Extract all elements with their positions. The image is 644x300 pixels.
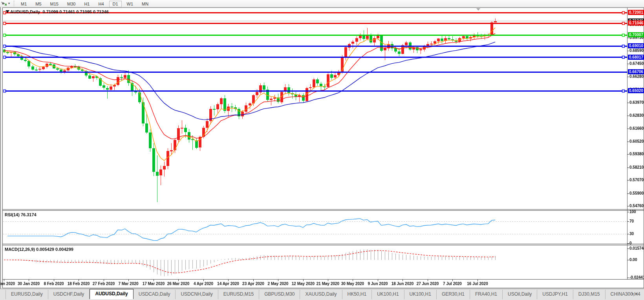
chart-tab-eurusd-daily[interactable]: EURUSD,Daily xyxy=(5,290,48,299)
price-line-badge: 0.65020 xyxy=(628,88,644,93)
date-axis-label: 21 Jan 2020 xyxy=(0,282,15,286)
macd-tick-label: -0.024412 xyxy=(629,275,644,280)
date-axis-label: 30 Jan 2020 xyxy=(18,282,40,286)
date-axis-label: 17 Mar 2020 xyxy=(143,282,165,286)
price-tick-label: 0.58210 xyxy=(629,165,644,169)
date-axis-label: 18 Feb 2020 xyxy=(68,282,90,286)
price-tick-label: 0.67450 xyxy=(629,61,644,66)
date-axis-label: 8 Feb 2020 xyxy=(44,282,64,286)
price-line-badge: 0.69010 xyxy=(628,43,644,48)
chart-tab-eurusd-m15[interactable]: EURUSD,M15 xyxy=(218,290,259,299)
chart-tab-audusd-daily[interactable]: AUDUSD,Daily xyxy=(90,289,133,299)
price-tick-label: 0.62830 xyxy=(629,113,644,118)
timeframe-button-w1[interactable]: W1 xyxy=(123,1,137,7)
timeframe-button-mn[interactable]: MN xyxy=(138,1,152,7)
chart-tab-hk50-h1[interactable]: HK50,H1 xyxy=(342,290,372,299)
chart-tab-ger30-h1[interactable]: GER30,H1 xyxy=(437,290,470,299)
chart-tab-usdcad-daily[interactable]: USDCAD,Daily xyxy=(134,290,176,299)
price-line-badge: 0.66706 xyxy=(628,69,644,74)
price-tick-label: 0.59380 xyxy=(629,152,644,156)
price-line-badge: 0.72001 xyxy=(628,10,644,15)
timeframe-button-m30[interactable]: M30 xyxy=(64,1,79,7)
rsi-indicator-label: RSI(14) 76.3174 xyxy=(5,212,37,217)
chart-tabs: EURUSD,DailyUSDCHF,DailyAUDUSD,DailyUSDC… xyxy=(0,289,644,299)
chart-tab-xauusd-daily[interactable]: XAUUSD,Daily xyxy=(300,290,342,299)
timeframe-button-h4[interactable]: H4 xyxy=(95,1,107,7)
timeframe-button-m15[interactable]: M15 xyxy=(47,1,62,7)
chart-title: AUDUSD,Daily 0.71099 0.71461 0.71095 0.7… xyxy=(10,9,109,14)
date-axis-label: 7 Jul 2020 xyxy=(443,282,462,286)
chart-tab-fra40-h1[interactable]: FRA40,H1 xyxy=(470,290,503,299)
timeframe-toolbar: ▾ M1M5M15M30H1H4D1W1MN xyxy=(0,0,644,7)
date-axis-label: 7 Mar 2020 xyxy=(118,282,138,286)
price-line-badge: 0.70007 xyxy=(628,32,644,37)
price-line-badge: 0.71046 xyxy=(628,20,644,26)
tab-scroll-left-icon[interactable]: ◂ xyxy=(631,291,636,296)
chart-tab-usdchf-daily[interactable]: USDCHF,Daily xyxy=(48,290,90,299)
date-axis-label: 27 Jun 2020 xyxy=(417,282,439,286)
date-axis-label: 12 May 2020 xyxy=(292,282,315,286)
price-tick-label: 0.68590 xyxy=(629,48,644,53)
toolbar-separator xyxy=(14,1,14,6)
timeframe-button-h1[interactable]: H1 xyxy=(80,1,93,7)
chart-symbol-label: AUDUSD,Daily xyxy=(10,9,40,14)
date-axis-label: 2 May 2020 xyxy=(268,282,289,286)
date-axis-label: 30 May 2020 xyxy=(341,282,364,286)
chart-tab-uk100-h1[interactable]: UK100,H1 xyxy=(404,290,437,299)
price-tick-label: 0.66280 xyxy=(629,74,644,79)
date-axis-label: 16 Jul 2020 xyxy=(467,282,488,286)
chart-tab-usdjpy-h1[interactable]: USDJPY,H1 xyxy=(537,290,573,299)
price-chart-canvas[interactable] xyxy=(0,0,644,300)
rsi-tick-label: 0 xyxy=(629,241,632,245)
macd-tick-label: 0.015741 xyxy=(629,246,644,250)
date-axis-label: 27 Feb 2020 xyxy=(93,282,115,286)
date-axis-label: 4 Apr 2020 xyxy=(194,282,213,286)
chart-tab-usoil-daily[interactable]: USOil,Daily xyxy=(503,290,537,299)
price-tick-label: 0.54760 xyxy=(629,204,644,208)
price-tick-label: 0.57070 xyxy=(629,178,644,182)
timeframe-button-d1[interactable]: D1 xyxy=(109,1,122,7)
chart-tab-gbpusd-m30[interactable]: GBPUSD,M30 xyxy=(259,290,300,299)
chart-tab-dj30-m15[interactable]: DJ30,M15 xyxy=(573,290,606,299)
chart-tab-bar: EURUSD,DailyUSDCHF,DailyAUDUSD,DailyUSDC… xyxy=(0,289,644,300)
date-axis-label: 26 Mar 2020 xyxy=(167,282,190,286)
chart-tool-icon[interactable] xyxy=(1,0,8,7)
date-axis-label: 18 Jun 2020 xyxy=(392,282,414,286)
symbol-marker-icon xyxy=(5,10,9,13)
chart-ohlc-values: 0.71099 0.71461 0.71095 0.71246 xyxy=(43,9,109,14)
tab-nav-arrows: ◂▸ xyxy=(631,291,640,296)
rsi-tick-label: 100 xyxy=(629,210,636,214)
price-line-badge: 0.68017 xyxy=(628,55,644,60)
macd-tick-label: 0.00 xyxy=(629,258,637,262)
timeframe-button-m5[interactable]: M5 xyxy=(32,1,45,7)
macd-indicator-label: MACD(12,26,9) 0.005429 0.004299 xyxy=(5,247,73,252)
date-axis-label: 14 Apr 2020 xyxy=(217,282,239,286)
chart-tab-uk100-h1[interactable]: UK100,H1 xyxy=(372,290,404,299)
price-tick-label: 0.55900 xyxy=(629,191,644,195)
rsi-tick-label: 30 xyxy=(629,232,634,236)
date-axis-label: 9 Jun 2020 xyxy=(368,282,388,286)
terminal-window: ▾ M1M5M15M30H1H4D1W1MN AUDUSD,Daily 0.71… xyxy=(0,0,644,300)
rsi-tick-label: 70 xyxy=(629,219,634,223)
date-axis-label: 21 May 2020 xyxy=(317,282,339,286)
price-tick-label: 0.63970 xyxy=(629,100,644,105)
timeframe-button-m1[interactable]: M1 xyxy=(17,1,30,7)
price-tick-label: 0.61660 xyxy=(629,126,644,131)
price-tick-label: 0.60520 xyxy=(629,139,644,144)
date-axis-label: 23 Apr 2020 xyxy=(242,282,264,286)
chart-tab-usdcnh-daily[interactable]: USDCNH,Daily xyxy=(176,290,218,299)
chevron-down-icon[interactable]: ▾ xyxy=(8,2,10,5)
tab-scroll-right-icon[interactable]: ▸ xyxy=(636,291,640,296)
timeframe-buttons: M1M5M15M30H1H4D1W1MN xyxy=(16,0,153,7)
